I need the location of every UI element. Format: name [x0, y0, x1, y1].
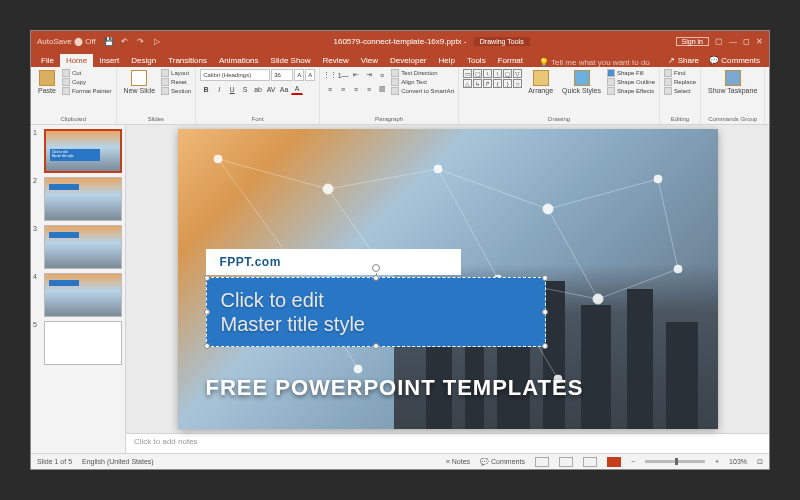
- font-size-select[interactable]: 36: [271, 69, 293, 81]
- shape-fill-button[interactable]: Shape Fill: [607, 69, 655, 77]
- tab-tools[interactable]: Tools: [461, 54, 492, 67]
- title-line1[interactable]: Click to edit: [221, 288, 545, 312]
- align-right-button[interactable]: ≡: [350, 83, 362, 95]
- maximize-icon[interactable]: ◻: [743, 37, 750, 46]
- tab-animations[interactable]: Animations: [213, 54, 265, 67]
- tab-format[interactable]: Format: [492, 54, 529, 67]
- resize-handle[interactable]: [542, 275, 548, 281]
- justify-button[interactable]: ≡: [363, 83, 375, 95]
- select-button[interactable]: Select: [664, 87, 696, 95]
- arrange-button[interactable]: Arrange: [525, 69, 556, 95]
- shape-effects-button[interactable]: Shape Effects: [607, 87, 655, 95]
- autosave-toggle[interactable]: AutoSave ⬤ Off: [37, 37, 96, 46]
- font-family-select[interactable]: Calibri (Headings): [200, 69, 270, 81]
- text-shadow-button[interactable]: ab: [252, 83, 264, 95]
- font-color-button[interactable]: A: [291, 83, 303, 95]
- format-painter-button[interactable]: Format Painter: [62, 87, 112, 95]
- tab-home[interactable]: Home: [60, 54, 93, 67]
- resize-handle[interactable]: [373, 343, 379, 349]
- language-indicator[interactable]: English (United States): [82, 458, 154, 465]
- shape-outline-button[interactable]: Shape Outline: [607, 78, 655, 86]
- slide-counter[interactable]: Slide 1 of 5: [37, 458, 72, 465]
- decrease-indent-button[interactable]: ⇤: [350, 69, 362, 81]
- sorter-view-icon[interactable]: [559, 457, 573, 467]
- align-left-button[interactable]: ≡: [324, 83, 336, 95]
- show-taskpane-button[interactable]: Show Taskpane: [705, 69, 760, 95]
- title-placeholder[interactable]: Click to edit Master title style: [206, 277, 546, 347]
- normal-view-icon[interactable]: [535, 457, 549, 467]
- save-icon[interactable]: 💾: [104, 36, 114, 46]
- zoom-slider[interactable]: [645, 460, 705, 463]
- zoom-level[interactable]: 103%: [729, 458, 747, 465]
- find-button[interactable]: Find: [664, 69, 696, 77]
- resize-handle[interactable]: [542, 343, 548, 349]
- decrease-font-icon[interactable]: A: [305, 69, 315, 81]
- tab-file[interactable]: File: [35, 54, 60, 67]
- new-slide-button[interactable]: New Slide: [121, 69, 159, 95]
- underline-button[interactable]: U: [226, 83, 238, 95]
- resize-handle[interactable]: [373, 275, 379, 281]
- line-spacing-button[interactable]: ≡: [376, 69, 388, 81]
- increase-indent-button[interactable]: ⇥: [363, 69, 375, 81]
- tab-view[interactable]: View: [355, 54, 384, 67]
- numbering-button[interactable]: 1―: [337, 69, 349, 81]
- rotate-handle[interactable]: [372, 264, 380, 272]
- notes-pane[interactable]: Click to add notes: [126, 433, 769, 453]
- slide-canvas[interactable]: FPPT.com Click to edit Master title s: [126, 125, 769, 433]
- align-center-button[interactable]: ≡: [337, 83, 349, 95]
- redo-icon[interactable]: ↷: [136, 36, 146, 46]
- char-spacing-button[interactable]: AV: [265, 83, 277, 95]
- title-line2[interactable]: Master title style: [221, 312, 545, 336]
- undo-icon[interactable]: ↶: [120, 36, 130, 46]
- fit-to-window-icon[interactable]: ⊡: [757, 458, 763, 466]
- tab-developer[interactable]: Developer: [384, 54, 432, 67]
- quick-styles-button[interactable]: Quick Styles: [559, 69, 604, 95]
- slide-thumbnail[interactable]: 2: [33, 177, 123, 221]
- resize-handle[interactable]: [204, 343, 210, 349]
- minimize-icon[interactable]: —: [729, 37, 737, 46]
- reading-view-icon[interactable]: [583, 457, 597, 467]
- reset-button[interactable]: Reset: [161, 78, 191, 86]
- text-direction-button[interactable]: Text Direction: [391, 69, 454, 77]
- tab-help[interactable]: Help: [433, 54, 461, 67]
- ribbon-options-icon[interactable]: ▢: [715, 37, 723, 46]
- increase-font-icon[interactable]: A: [294, 69, 304, 81]
- tab-slideshow[interactable]: Slide Show: [265, 54, 317, 67]
- bold-button[interactable]: B: [200, 83, 212, 95]
- replace-button[interactable]: Replace: [664, 78, 696, 86]
- slideshow-view-icon[interactable]: [607, 457, 621, 467]
- align-text-button[interactable]: Align Text: [391, 78, 454, 86]
- close-icon[interactable]: ✕: [756, 37, 763, 46]
- tab-review[interactable]: Review: [317, 54, 355, 67]
- convert-smartart-button[interactable]: Convert to SmartArt: [391, 87, 454, 95]
- italic-button[interactable]: I: [213, 83, 225, 95]
- resize-handle[interactable]: [542, 309, 548, 315]
- zoom-out-button[interactable]: −: [631, 458, 635, 465]
- notes-toggle[interactable]: ≡ Notes: [446, 458, 470, 465]
- bullets-button[interactable]: ⋮⋮: [324, 69, 336, 81]
- columns-button[interactable]: ▥: [376, 83, 388, 95]
- tab-design[interactable]: Design: [125, 54, 162, 67]
- change-case-button[interactable]: Aa: [278, 83, 290, 95]
- comments-toggle[interactable]: 💬 Comments: [480, 458, 525, 466]
- resize-handle[interactable]: [204, 275, 210, 281]
- start-from-beginning-icon[interactable]: ▷: [152, 36, 162, 46]
- tab-transitions[interactable]: Transitions: [162, 54, 213, 67]
- copy-button[interactable]: Copy: [62, 78, 112, 86]
- tell-me-search[interactable]: 💡 Tell me what you want to do: [539, 58, 650, 67]
- layout-button[interactable]: Layout: [161, 69, 191, 77]
- strikethrough-button[interactable]: S: [239, 83, 251, 95]
- resize-handle[interactable]: [204, 309, 210, 315]
- comments-button[interactable]: 💬 Comments: [704, 54, 765, 67]
- share-button[interactable]: ↗ Share: [663, 54, 704, 67]
- zoom-in-button[interactable]: +: [715, 458, 719, 465]
- slide-thumbnail[interactable]: 1Click to editMaster title style: [33, 129, 123, 173]
- section-button[interactable]: Section: [161, 87, 191, 95]
- slide-thumbnail[interactable]: 3: [33, 225, 123, 269]
- slide-thumbnail[interactable]: 4: [33, 273, 123, 317]
- slide-thumbnail[interactable]: 5: [33, 321, 123, 365]
- tab-insert[interactable]: Insert: [93, 54, 125, 67]
- sign-in-button[interactable]: Sign in: [676, 37, 709, 46]
- paste-button[interactable]: Paste: [35, 69, 59, 95]
- cut-button[interactable]: Cut: [62, 69, 112, 77]
